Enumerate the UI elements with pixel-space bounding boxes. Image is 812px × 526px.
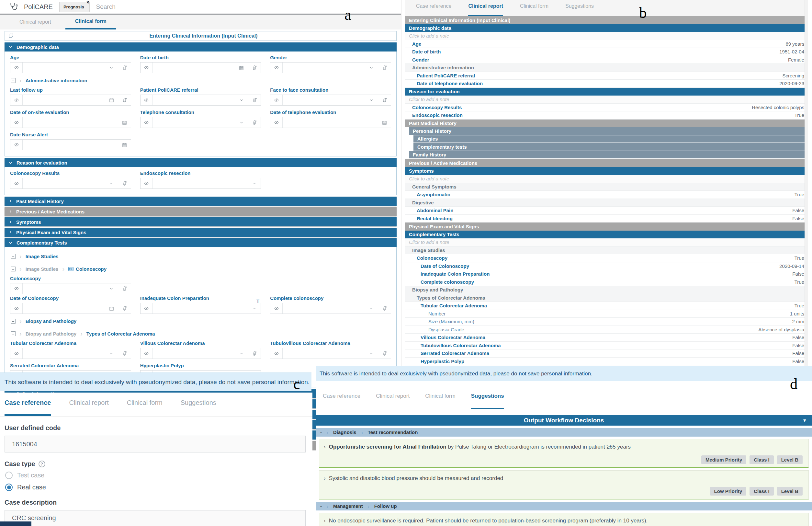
field-text-input[interactable]: [23, 95, 105, 105]
field-text-input[interactable]: [282, 62, 365, 73]
attach-icon[interactable]: [378, 348, 391, 358]
chevron-down-icon[interactable]: [248, 178, 261, 188]
section-bar-complementary-tests[interactable]: Complementary Tests: [4, 238, 396, 247]
collapse-minus-icon[interactable]: –: [11, 78, 16, 83]
chevron-down-icon[interactable]: [365, 62, 378, 73]
field-text-input[interactable]: [23, 348, 105, 358]
field-text-input[interactable]: [23, 117, 118, 128]
tab[interactable]: Clinical report: [69, 399, 108, 416]
field-input[interactable]: [140, 117, 261, 128]
tab[interactable]: Clinical report: [376, 393, 409, 409]
field-input[interactable]: [10, 62, 131, 73]
chevron-down-icon[interactable]: [105, 178, 118, 188]
field-text-input[interactable]: [153, 303, 248, 314]
breadcrumb-label[interactable]: Administrative information: [26, 78, 87, 83]
attach-icon[interactable]: [118, 178, 131, 188]
section-bar-reason-for-evaluation[interactable]: Reason for evaluation: [4, 158, 396, 167]
field-text-input[interactable]: [153, 95, 235, 105]
chevron-down-icon[interactable]: [365, 303, 378, 314]
radio-icon[interactable]: [5, 472, 13, 479]
calendar-icon[interactable]: [105, 303, 118, 314]
field-text-input[interactable]: [153, 178, 248, 188]
breadcrumb-child[interactable]: Colonoscopy: [68, 266, 106, 272]
prognosis-filter-chip[interactable]: Prognosis ×: [59, 2, 90, 12]
field-text-input[interactable]: [23, 283, 105, 294]
attach-icon[interactable]: [248, 95, 261, 105]
help-icon[interactable]: ?: [39, 460, 45, 467]
tab[interactable]: Clinical report: [468, 3, 503, 16]
breadcrumb-parent[interactable]: Biopsy and Pathology: [26, 331, 77, 337]
tab[interactable]: Suggestions: [181, 399, 216, 416]
breadcrumb-follow-up[interactable]: Follow up: [374, 503, 397, 509]
collapse-dash-icon[interactable]: -: [320, 429, 322, 435]
chevron-down-icon[interactable]: [235, 117, 248, 128]
output-workflow-decisions-header[interactable]: Output Workflow Decisions ▼: [316, 415, 812, 426]
breadcrumb-child[interactable]: Types of Colorectar Adenoma: [86, 331, 155, 337]
field-text-input[interactable]: [282, 348, 365, 358]
tab[interactable]: Clinical form: [425, 393, 455, 409]
attach-icon[interactable]: [118, 95, 131, 105]
field-text-input[interactable]: [23, 140, 118, 150]
breadcrumb-test-recommendation[interactable]: Test recommendation: [368, 429, 418, 435]
expand-chevron-icon[interactable]: ›: [324, 517, 326, 524]
field-text-input[interactable]: [153, 348, 235, 358]
chevron-down-icon[interactable]: [105, 62, 118, 73]
tab[interactable]: Case reference: [4, 399, 51, 416]
attach-icon[interactable]: [378, 95, 391, 105]
calendar-icon[interactable]: [235, 62, 248, 73]
attach-icon[interactable]: [248, 117, 261, 128]
field-input[interactable]: [10, 348, 131, 359]
tab[interactable]: Clinical form: [127, 399, 162, 416]
field-input[interactable]: [140, 62, 261, 73]
tab[interactable]: Case reference: [323, 393, 360, 409]
field-text-input[interactable]: [153, 62, 235, 73]
field-text-input[interactable]: [23, 178, 105, 188]
chevron-down-icon[interactable]: [248, 303, 261, 314]
calendar-icon[interactable]: [378, 117, 391, 128]
field-input[interactable]: [270, 62, 391, 73]
chevron-down-icon[interactable]: [365, 95, 378, 105]
chevron-down-icon[interactable]: [235, 95, 248, 105]
breadcrumb-label[interactable]: Image Studies: [26, 254, 59, 259]
tab[interactable]: Clinical form: [520, 3, 549, 16]
field-text-input[interactable]: [23, 62, 105, 73]
field-text-input[interactable]: [282, 117, 378, 128]
tab[interactable]: Suggestions: [471, 393, 504, 409]
caret-down-icon[interactable]: ▼: [802, 418, 807, 423]
attach-icon[interactable]: [248, 348, 261, 358]
calendar-icon[interactable]: [118, 117, 131, 128]
breadcrumb-diagnosis[interactable]: Diagnosis: [333, 429, 357, 435]
attach-icon[interactable]: [378, 303, 391, 314]
field-input[interactable]: [10, 178, 131, 189]
chevron-down-icon[interactable]: [235, 348, 248, 358]
close-icon[interactable]: ×: [86, 0, 89, 5]
copy-icon[interactable]: [8, 32, 14, 40]
scrollbar[interactable]: [804, 0, 808, 366]
attach-icon[interactable]: [118, 283, 131, 294]
calendar-icon[interactable]: [118, 140, 131, 150]
breadcrumb-label[interactable]: Biopsy and Pathology: [26, 318, 77, 324]
tab[interactable]: Suggestions: [565, 3, 594, 16]
user-defined-code-input[interactable]: 1615004: [4, 436, 306, 453]
attach-icon[interactable]: [248, 62, 261, 73]
collapse-dash-icon[interactable]: -: [320, 503, 322, 509]
section-bar[interactable]: Physical Exam and Vital Signs: [4, 228, 396, 237]
case-description-textarea[interactable]: CRC screening: [4, 510, 306, 526]
field-input[interactable]: [270, 117, 391, 128]
field-input[interactable]: [140, 178, 261, 189]
field-input[interactable]: [10, 95, 131, 105]
field-text-input[interactable]: [23, 303, 105, 314]
tab[interactable]: Clinical report: [10, 15, 61, 29]
section-bar[interactable]: Past Medical History: [4, 197, 396, 206]
field-input[interactable]: [140, 348, 261, 359]
section-bar-demographic-data[interactable]: Demographic data: [4, 42, 396, 52]
section-bar[interactable]: Previous / Active Medications: [4, 207, 396, 216]
field-input[interactable]: [270, 348, 391, 359]
field-input[interactable]: [270, 95, 391, 105]
breadcrumb-management[interactable]: Management: [333, 503, 363, 509]
radio-option[interactable]: Real case: [5, 484, 313, 491]
search-input[interactable]: Search: [96, 3, 116, 10]
collapse-minus-icon[interactable]: –: [11, 319, 16, 324]
field-input[interactable]: [270, 303, 391, 314]
collapse-minus-icon[interactable]: –: [11, 267, 16, 271]
